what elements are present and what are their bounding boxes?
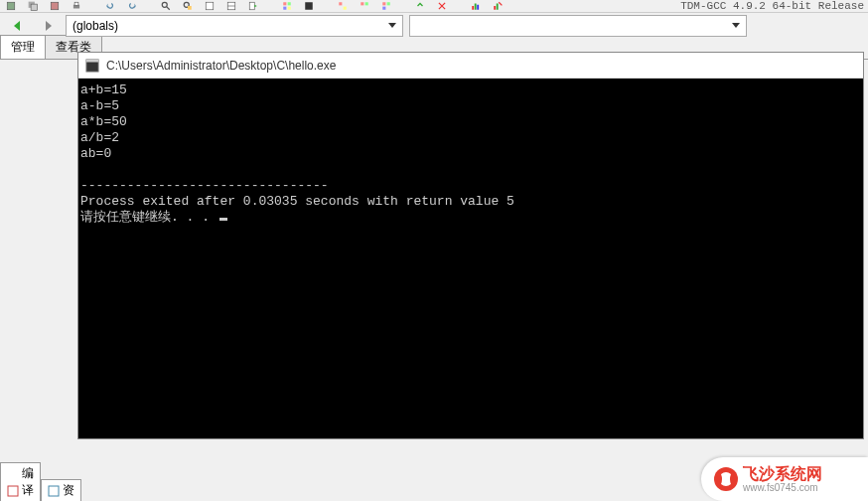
console-line-5: ab=0 bbox=[80, 146, 111, 161]
toolbar-icon-redo[interactable] bbox=[123, 1, 141, 11]
toolbar-icon-rebuild[interactable] bbox=[334, 1, 352, 11]
svg-rect-2 bbox=[31, 4, 37, 10]
toolbar-icon-delete-profile[interactable] bbox=[489, 1, 506, 11]
svg-rect-24 bbox=[361, 2, 363, 5]
watermark: 飞沙系统网 www.fs0745.com bbox=[701, 457, 868, 501]
svg-rect-27 bbox=[387, 2, 390, 5]
toolbar-icon-search[interactable] bbox=[157, 1, 175, 11]
watermark-text: 飞沙系统网 www.fs0745.com bbox=[743, 465, 822, 494]
console-line-1: a+b=15 bbox=[80, 83, 127, 97]
watermark-sub-text: www.fs0745.com bbox=[743, 482, 822, 493]
svg-marker-16 bbox=[254, 5, 257, 8]
console-body[interactable]: a+b=15 a-b=5 a*b=50 a/b=2 ab=0 ---------… bbox=[78, 79, 863, 438]
svg-rect-17 bbox=[283, 2, 286, 5]
dropdown-globals[interactable]: (globals) bbox=[66, 15, 403, 37]
console-app-icon bbox=[84, 58, 100, 74]
svg-rect-15 bbox=[249, 2, 254, 10]
toolbar-icon-compile[interactable] bbox=[278, 1, 296, 11]
toolbar-top: TDM-GCC 4.9.2 64-bit Release bbox=[0, 0, 868, 12]
console-cursor bbox=[219, 218, 227, 221]
dropdown-globals-label: (globals) bbox=[72, 19, 118, 33]
resources-tab-icon bbox=[48, 485, 60, 497]
console-line-3: a*b=50 bbox=[80, 114, 127, 129]
svg-rect-42 bbox=[49, 486, 59, 496]
svg-rect-12 bbox=[206, 2, 214, 10]
svg-line-9 bbox=[167, 7, 170, 10]
svg-rect-11 bbox=[188, 6, 192, 10]
toolbar-icon-profile[interactable] bbox=[467, 1, 485, 11]
bottom-tabs: 编译器 资 bbox=[0, 479, 77, 501]
svg-rect-26 bbox=[382, 2, 385, 5]
toolbar-icon-1[interactable] bbox=[2, 1, 20, 11]
console-titlebar[interactable]: C:\Users\Administrator\Desktop\C\hello.e… bbox=[78, 53, 863, 79]
svg-rect-23 bbox=[344, 7, 347, 10]
svg-rect-22 bbox=[339, 2, 342, 5]
svg-rect-41 bbox=[8, 486, 18, 496]
console-exit-line: Process exited after 0.03035 seconds wit… bbox=[80, 194, 514, 209]
toolbar-icon-undo[interactable] bbox=[101, 1, 119, 11]
toolbar-icon-compile-run[interactable] bbox=[356, 1, 373, 11]
svg-rect-0 bbox=[7, 2, 15, 10]
toolbar-icon-print[interactable] bbox=[68, 1, 85, 11]
svg-point-8 bbox=[162, 2, 167, 7]
toolbar-icon-replace[interactable] bbox=[179, 1, 197, 11]
watermark-logo-icon bbox=[713, 466, 739, 492]
bottom-tab-compiler-label: 编译器 bbox=[22, 465, 34, 501]
toolbar-icon-3[interactable] bbox=[46, 1, 64, 11]
console-line-4: a/b=2 bbox=[80, 130, 119, 145]
toolbar-icon-goto[interactable] bbox=[244, 1, 262, 11]
dropdown-back-icon[interactable] bbox=[6, 16, 30, 36]
console-line-2: a-b=5 bbox=[80, 98, 119, 113]
svg-rect-31 bbox=[472, 6, 474, 10]
svg-rect-33 bbox=[477, 5, 479, 10]
toolbar-icon-rebuild-all[interactable] bbox=[377, 1, 395, 11]
svg-rect-5 bbox=[74, 2, 78, 5]
watermark-main-text: 飞沙系统网 bbox=[743, 465, 822, 483]
svg-marker-7 bbox=[135, 4, 136, 9]
compiler-info-text: TDM-GCC 4.9.2 64-bit Release bbox=[680, 0, 864, 12]
toolbar-icon-b[interactable] bbox=[222, 1, 240, 11]
svg-rect-35 bbox=[497, 4, 499, 10]
svg-rect-3 bbox=[51, 2, 59, 10]
bottom-tab-resources-label: 资 bbox=[63, 482, 74, 499]
svg-marker-38 bbox=[46, 21, 52, 31]
svg-marker-37 bbox=[14, 21, 20, 31]
svg-rect-21 bbox=[305, 2, 313, 10]
svg-rect-25 bbox=[365, 2, 368, 5]
dropdown-functions[interactable] bbox=[409, 15, 747, 37]
svg-line-36 bbox=[499, 2, 502, 5]
console-window: C:\Users\Administrator\Desktop\C\hello.e… bbox=[77, 52, 864, 439]
toolbar-icon-debug[interactable] bbox=[411, 1, 429, 11]
bottom-tab-resources[interactable]: 资 bbox=[41, 479, 81, 501]
console-separator: -------------------------------- bbox=[80, 178, 329, 193]
console-title-text: C:\Users\Administrator\Desktop\C\hello.e… bbox=[106, 59, 336, 73]
svg-rect-32 bbox=[475, 4, 477, 10]
dropdown-row: (globals) bbox=[0, 12, 868, 38]
tab-manage[interactable]: 管理 bbox=[0, 35, 46, 59]
toolbar-icon-stop[interactable] bbox=[433, 1, 451, 11]
dropdown-forward-icon[interactable] bbox=[36, 16, 60, 36]
svg-marker-6 bbox=[106, 4, 107, 9]
svg-rect-20 bbox=[288, 7, 291, 10]
toolbar-icon-a[interactable] bbox=[201, 1, 218, 11]
console-continue-line: 请按任意键继续. . . bbox=[80, 210, 217, 225]
compiler-tab-icon bbox=[7, 485, 19, 497]
svg-rect-34 bbox=[494, 6, 496, 10]
toolbar-icon-run[interactable] bbox=[300, 1, 318, 11]
svg-rect-19 bbox=[283, 7, 286, 10]
svg-rect-40 bbox=[86, 59, 98, 62]
bottom-tab-compiler[interactable]: 编译器 bbox=[0, 462, 41, 501]
svg-rect-28 bbox=[382, 7, 385, 10]
toolbar-icon-2[interactable] bbox=[24, 1, 42, 11]
svg-rect-18 bbox=[288, 2, 291, 5]
